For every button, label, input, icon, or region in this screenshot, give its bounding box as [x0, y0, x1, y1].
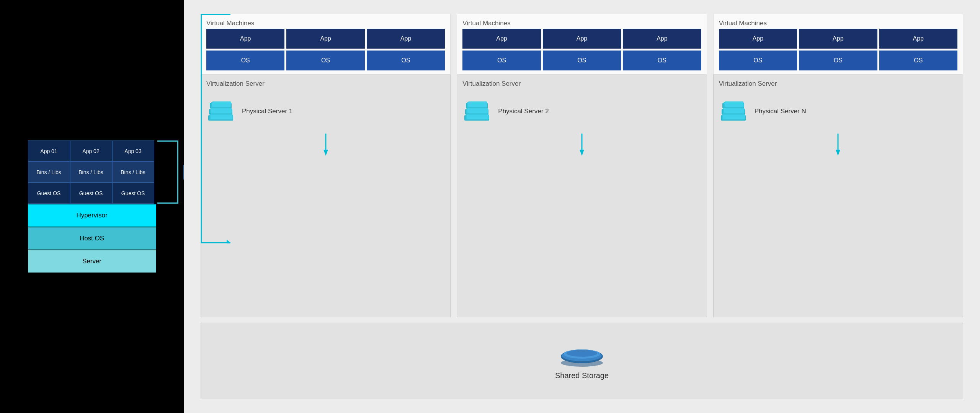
serverN-app-grid: App App App OS OS OS	[719, 29, 957, 70]
server1-arrow-down	[322, 134, 330, 157]
app01-cell: App 01	[28, 140, 70, 162]
s1-os1: OS	[206, 51, 284, 70]
sN-app2: App	[799, 29, 877, 49]
server1-virt-title: Virtualization Server	[206, 80, 265, 88]
serverN-vm-title: Virtual Machines	[719, 20, 957, 27]
serverN-virt-title: Virtualization Server	[719, 80, 777, 88]
s1-os2: OS	[286, 51, 364, 70]
guestos1-cell: Guest OS	[28, 183, 70, 204]
serverN-icon	[719, 96, 748, 127]
hostos-layer: Host OS	[28, 227, 156, 250]
server2-vm-title: Virtual Machines	[462, 20, 701, 27]
svg-marker-22	[580, 150, 584, 156]
server2-virt-box: Virtualization Server Physical Server 2	[457, 75, 707, 317]
svg-marker-33	[836, 150, 840, 156]
s2-app1: App	[462, 29, 541, 49]
stack-diagram: App 01 App 02 App 03 Bins / Libs Bins / …	[28, 140, 156, 273]
svg-rect-28	[724, 108, 744, 113]
server1-icon-area: Physical Server 1	[206, 92, 445, 131]
server2-icon	[462, 96, 491, 127]
s2-app2: App	[543, 29, 621, 49]
sN-os3: OS	[879, 51, 957, 70]
s2-app3: App	[623, 29, 701, 49]
server1-vm-title: Virtual Machines	[206, 20, 445, 27]
s1-app3: App	[367, 29, 445, 49]
svg-rect-14	[467, 114, 488, 119]
server2-vm-box: Virtual Machines App App App OS OS OS	[457, 14, 707, 75]
server2-icon-area: Physical Server 2	[462, 92, 701, 131]
serverN-column: Virtual Machines App App App OS OS OS Vi…	[713, 14, 963, 317]
server1-virt-box: Virtualization Server	[201, 75, 451, 317]
s1-os3: OS	[367, 51, 445, 70]
storage-icon	[559, 342, 605, 367]
storage-label: Shared Storage	[555, 371, 609, 380]
bins3-cell: Bins / Libs	[112, 162, 154, 183]
server1-column: Virtual Machines App App App OS OS OS Vi…	[201, 14, 451, 317]
serverN-name: Physical Server N	[755, 108, 806, 115]
sN-os2: OS	[799, 51, 877, 70]
left-panel: App 01 App 02 App 03 Bins / Libs Bins / …	[0, 0, 184, 413]
hypervisor-layer: Hypervisor	[28, 204, 156, 227]
s1-app2: App	[286, 29, 364, 49]
server1-name: Physical Server 1	[242, 108, 292, 115]
server-layer: Server	[28, 250, 156, 273]
s1-app1: App	[206, 29, 284, 49]
right-panel: Virtual Machines App App App OS OS OS Vi…	[184, 0, 980, 413]
server1-icon	[206, 96, 235, 127]
app02-cell: App 02	[70, 140, 112, 162]
sN-app3: App	[879, 29, 957, 49]
sN-os1: OS	[719, 51, 797, 70]
servers-container: Virtual Machines App App App OS OS OS Vi…	[201, 14, 963, 317]
svg-rect-20	[468, 101, 487, 107]
bins1-cell: Bins / Libs	[28, 162, 70, 183]
svg-point-38	[567, 350, 597, 357]
svg-rect-3	[211, 114, 232, 119]
server1-app-grid: App App App OS OS OS	[206, 29, 445, 70]
svg-rect-25	[723, 114, 745, 119]
shared-storage-box: Shared Storage	[201, 323, 963, 399]
server2-arrow-down	[578, 134, 586, 157]
s2-os2: OS	[543, 51, 621, 70]
s2-os3: OS	[623, 51, 701, 70]
serverN-icon-area: Physical Server N	[719, 92, 957, 131]
svg-rect-17	[467, 108, 488, 113]
server2-column: Virtual Machines App App App OS OS OS Vi…	[457, 14, 707, 317]
serverN-vm-box: Virtual Machines App App App OS OS OS	[713, 14, 963, 75]
server2-virt-title: Virtualization Server	[462, 80, 521, 88]
svg-rect-6	[211, 108, 232, 113]
server2-name: Physical Server 2	[498, 108, 549, 115]
server2-app-grid: App App App OS OS OS	[462, 29, 701, 70]
serverN-arrow-down	[834, 134, 842, 157]
guestos3-cell: Guest OS	[112, 183, 154, 204]
s2-os1: OS	[462, 51, 541, 70]
serverN-virt-box: Virtualization Server Physical Server N	[713, 75, 963, 317]
bins2-cell: Bins / Libs	[70, 162, 112, 183]
sN-app1: App	[719, 29, 797, 49]
svg-rect-9	[212, 101, 231, 107]
svg-marker-11	[323, 150, 328, 156]
guestos2-cell: Guest OS	[70, 183, 112, 204]
app03-cell: App 03	[112, 140, 154, 162]
svg-rect-31	[725, 101, 743, 107]
server1-vm-box: Virtual Machines App App App OS OS OS	[201, 14, 451, 75]
